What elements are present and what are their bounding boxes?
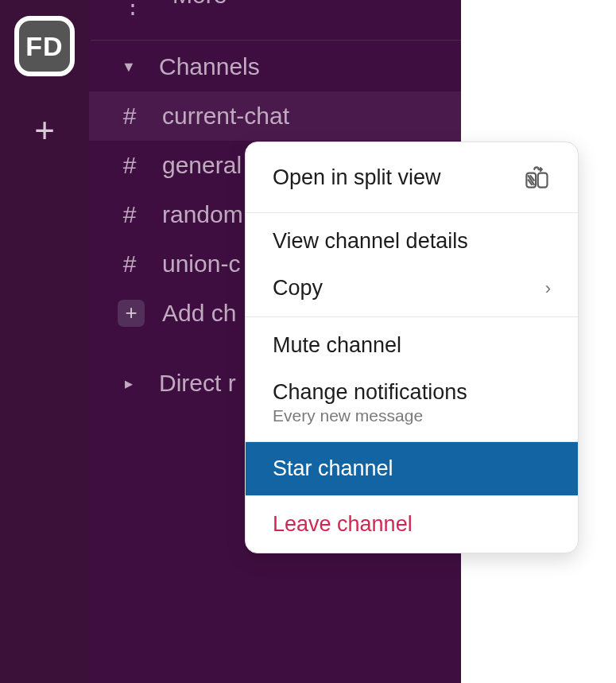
channel-name: general xyxy=(162,152,242,179)
workspace-rail: FD + xyxy=(0,0,89,683)
channel-name: current-chat xyxy=(162,103,289,130)
workspace-initials: FD xyxy=(25,31,63,62)
menu-item-mute-channel[interactable]: Mute channel xyxy=(246,322,578,369)
section-label: Channels xyxy=(159,53,260,80)
app-root: FD + ⋮ More ▼ Channels # current-chat # … xyxy=(0,0,616,683)
menu-item-view-channel-details[interactable]: View channel details xyxy=(246,218,578,265)
add-channels-label: Add ch xyxy=(162,300,236,327)
svg-rect-4 xyxy=(538,173,548,188)
menu-item-label: Open in split view xyxy=(273,165,441,190)
plus-icon: + xyxy=(118,300,145,327)
split-view-icon xyxy=(522,163,551,192)
menu-item-open-split-view[interactable]: Open in split view xyxy=(246,147,578,208)
workspace-switcher[interactable]: FD xyxy=(14,16,75,76)
section-label: Direct r xyxy=(159,370,236,397)
sidebar-item-more[interactable]: ⋮ More xyxy=(89,0,461,40)
menu-item-label: Leave channel xyxy=(273,512,413,537)
section-header-channels[interactable]: ▼ Channels xyxy=(89,41,461,91)
sidebar-item-label: More xyxy=(172,0,227,9)
hash-icon: # xyxy=(121,103,138,130)
menu-item-label: View channel details xyxy=(273,229,468,254)
menu-item-sublabel: Every new message xyxy=(273,406,423,425)
caret-down-icon: ▼ xyxy=(121,59,137,76)
channel-context-menu: Open in split view xyxy=(245,142,579,553)
channel-name: random xyxy=(162,201,243,228)
channel-item-current-chat[interactable]: # current-chat xyxy=(89,91,461,141)
menu-item-label: Mute channel xyxy=(273,333,401,358)
menu-item-label: Star channel xyxy=(273,456,393,481)
channel-name: union-c xyxy=(162,250,240,277)
chevron-right-icon: › xyxy=(545,278,551,299)
menu-item-leave-channel[interactable]: Leave channel xyxy=(246,501,578,548)
hash-icon: # xyxy=(121,250,138,277)
caret-right-icon: ▸ xyxy=(121,374,137,393)
menu-item-star-channel[interactable]: Star channel xyxy=(246,442,578,495)
hash-icon: # xyxy=(121,152,138,179)
add-workspace-button[interactable]: + xyxy=(34,113,55,148)
menu-item-change-notifications[interactable]: Change notifications Every new message xyxy=(246,369,578,437)
more-icon: ⋮ xyxy=(121,0,145,18)
hash-icon: # xyxy=(121,201,138,228)
menu-item-copy[interactable]: Copy › xyxy=(246,265,578,312)
menu-item-label: Change notifications xyxy=(273,380,467,405)
menu-item-label: Copy xyxy=(273,276,323,301)
